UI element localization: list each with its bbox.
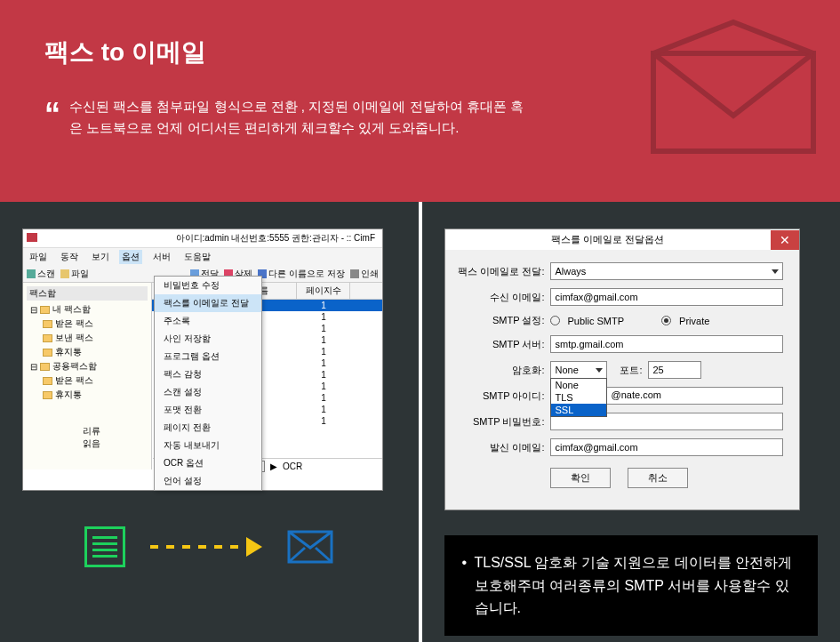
smtp-server-input[interactable] <box>550 335 783 353</box>
folder-icon <box>43 377 52 385</box>
ocr-label[interactable]: OCR <box>283 461 302 471</box>
dropdown-item[interactable]: 페이지 전환 <box>155 419 261 437</box>
tb-file[interactable]: 파일 <box>60 268 89 280</box>
dropdown-item[interactable]: 비밀번호 수정 <box>155 277 261 294</box>
menu-help[interactable]: 도움말 <box>181 250 213 264</box>
scan-icon <box>27 269 36 278</box>
options-dropdown[interactable]: 비밀번호 수정팩스를 이메일로 전달주소록사인 저장함프로그램 옵션팩스 감청스… <box>154 276 262 491</box>
radio-private[interactable] <box>661 316 671 325</box>
svg-line-2 <box>289 548 305 562</box>
ok-button[interactable]: 확인 <box>550 468 611 488</box>
nav-next-icon[interactable]: ▶ <box>270 461 277 471</box>
tb-scan[interactable]: 스캔 <box>27 268 55 280</box>
tree-shared-trash[interactable]: 휴지통 <box>27 388 148 402</box>
sidebar-bottom-2: 읽음 <box>83 437 100 450</box>
quote-text: 수신된 팩스를 첨부파일 형식으로 전환 , 지정된 이메일에 전달하여 휴대폰… <box>69 99 524 135</box>
title-to: to <box>101 38 124 66</box>
forward-options-dialog: 팩스를 이메일로 전달옵션 ✕ 팩스 이메일로 전달: Always 수신 이메… <box>444 229 800 510</box>
recv-email-input[interactable] <box>550 288 783 306</box>
app-icon <box>27 233 37 242</box>
title-pt2: 이메일 <box>132 38 206 66</box>
cancel-button[interactable]: 취소 <box>628 468 688 488</box>
arrow-icon <box>150 537 262 557</box>
label-smtp-pw: SMTP 비밀번호: <box>456 415 545 429</box>
dropdown-item[interactable]: 사인 저장함 <box>155 330 261 348</box>
header-quote: “ 수신된 팩스를 첨부파일 형식으로 전환 , 지정된 이메일에 전달하여 휴… <box>44 96 524 139</box>
radio-public[interactable] <box>550 316 560 325</box>
folder-icon <box>43 334 52 342</box>
dropdown-item[interactable]: 팩스를 이메일로 전달 <box>155 294 261 312</box>
dropdown-item[interactable]: 팩스 감청 <box>155 365 261 383</box>
label-from: 발신 이메일: <box>456 441 545 454</box>
svg-rect-0 <box>653 53 813 151</box>
window-titlebar: 아이디:admin 내선번호:5555 권한:관리자 - :: CimF <box>23 229 382 248</box>
dropdown-item[interactable]: 스캔 설정 <box>155 383 261 401</box>
label-forward: 팩스 이메일로 전달: <box>456 265 545 278</box>
encryption-dropdown[interactable]: NoneTLSSSL <box>550 378 607 417</box>
quote-mark-icon: “ <box>44 89 60 140</box>
tree-shared-inbox[interactable]: 받은 팩스 <box>27 373 148 388</box>
dropdown-item[interactable]: 주소록 <box>155 312 261 330</box>
right-panel: 팩스를 이메일로 전달옵션 ✕ 팩스 이메일로 전달: Always 수신 이메… <box>419 202 841 642</box>
label-smtp-srv: SMTP 서버: <box>456 338 545 351</box>
dialog-title: 팩스를 이메일로 전달옵션 <box>445 229 771 250</box>
dropdown-item[interactable]: OCR 옵션 <box>155 454 261 472</box>
label-port: 포트: <box>612 364 643 377</box>
port-input[interactable] <box>648 361 701 379</box>
app-window: 아이디:admin 내선번호:5555 권한:관리자 - :: CimF 파일 … <box>22 229 383 491</box>
mail-icon <box>287 530 333 564</box>
description-box: TLS/SSL 암호화 기술 지원으로 데이터를 안전하게 보호해주며 여러종류… <box>444 535 819 636</box>
flow-diagram <box>22 526 396 567</box>
forward-select[interactable]: Always <box>550 262 783 280</box>
enc-option[interactable]: SSL <box>551 404 606 416</box>
left-panel: 아이디:admin 내선번호:5555 권한:관리자 - :: CimF 파일 … <box>0 202 419 642</box>
print-icon <box>350 269 359 278</box>
dialog-buttons: 확인 취소 <box>456 464 783 497</box>
description-text: TLS/SSL 암호화 기술 지원으로 데이터를 안전하게 보호해주며 여러종류… <box>462 551 801 620</box>
menubar[interactable]: 파일 동작 보기 옵션 서버 도움말 <box>23 248 382 266</box>
folder-icon <box>40 306 50 314</box>
dropdown-item[interactable]: 프로그램 옵션 <box>155 348 261 365</box>
folder-icon <box>43 391 52 399</box>
menu-option[interactable]: 옵션 <box>119 250 142 264</box>
menu-server[interactable]: 서버 <box>150 250 173 264</box>
tree-shared[interactable]: ⊟ 공용팩스함 <box>27 359 148 373</box>
menu-file[interactable]: 파일 <box>27 250 50 264</box>
envelope-icon <box>644 18 822 160</box>
close-button[interactable]: ✕ <box>771 230 799 250</box>
col-pages[interactable]: 페이지수 <box>297 283 350 299</box>
tree-trash[interactable]: 휴지통 <box>27 345 148 359</box>
sidebar-bottom-1: 리류 <box>83 425 100 437</box>
menu-action[interactable]: 동작 <box>58 250 81 264</box>
tree-sent[interactable]: 보낸 팩스 <box>27 331 148 345</box>
encryption-select[interactable]: None NoneTLSSSL <box>550 361 607 379</box>
dropdown-item[interactable]: 자동 내보내기 <box>155 437 261 454</box>
page-header: 팩스 to 이메일 “ 수신된 팩스를 첨부파일 형식으로 전환 , 지정된 이… <box>0 0 840 202</box>
folder-icon <box>43 320 52 328</box>
tree-inbox[interactable]: 받은 팩스 <box>27 317 148 331</box>
menu-view[interactable]: 보기 <box>89 250 112 264</box>
tree-my[interactable]: ⊟ 내 팩스함 <box>27 302 148 317</box>
tb-saveas[interactable]: 다른 이름으로 저장 <box>258 268 345 280</box>
folder-icon <box>40 363 50 371</box>
file-icon <box>60 269 69 278</box>
label-recv: 수신 이메일: <box>456 291 545 304</box>
tree-header: 팩스함 <box>27 286 148 301</box>
svg-line-3 <box>316 548 332 562</box>
enc-option[interactable]: TLS <box>551 391 606 404</box>
label-enc: 암호화: <box>456 364 545 377</box>
title-pt1: 팩스 <box>44 38 94 66</box>
label-smtp-set: SMTP 설정: <box>456 314 545 327</box>
from-email-input[interactable] <box>550 438 783 456</box>
folder-icon <box>43 349 52 357</box>
label-smtp-id: SMTP 아이디: <box>456 389 545 403</box>
dropdown-item[interactable]: 언어 설정 <box>155 472 261 490</box>
document-icon <box>84 526 125 567</box>
dropdown-item[interactable]: 포맷 전환 <box>155 401 261 419</box>
enc-option[interactable]: None <box>551 379 606 391</box>
tb-print[interactable]: 인쇄 <box>350 268 379 280</box>
